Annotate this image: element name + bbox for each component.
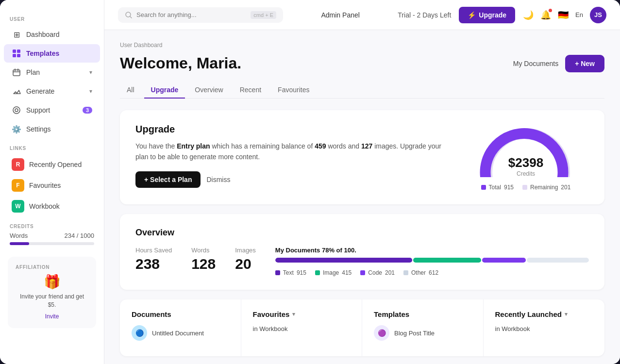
- tab-recent[interactable]: Recent: [233, 82, 268, 99]
- legend-other: Other 612: [403, 269, 438, 276]
- upgrade-header-button[interactable]: ⚡ Upgrade: [459, 7, 515, 23]
- other-value: 612: [429, 269, 438, 276]
- donut-amount: $2398: [508, 155, 543, 170]
- bottom-col-documents: Documents 🔵 Untitled Document: [120, 299, 241, 356]
- upgrade-title: Upgrade: [135, 124, 447, 135]
- stat-images-label: Images: [235, 247, 256, 254]
- credits-row: Words 234 / 1000: [10, 232, 94, 239]
- legend-total-value: 915: [504, 184, 514, 191]
- search-icon: [125, 11, 133, 19]
- tab-upgrade[interactable]: Upgrade: [144, 82, 185, 99]
- upgrade-chart: $2398 Credits Total 915: [463, 124, 589, 191]
- plan-name-text: Entry plan: [177, 142, 210, 150]
- stat-words-value: 128: [191, 256, 216, 272]
- docs-percent: 78%: [322, 247, 335, 254]
- sidebar-link-favourites[interactable]: F Favourites: [4, 175, 100, 196]
- new-button[interactable]: + New: [565, 55, 604, 72]
- affiliation-label: AFFILIATION: [16, 265, 88, 274]
- sidebar-item-label-support: Support: [26, 106, 50, 114]
- code-dot: [360, 270, 365, 275]
- bar-other-segment: [527, 258, 589, 263]
- workbook-avatar: W: [12, 200, 24, 213]
- dismiss-button[interactable]: Dismiss: [206, 176, 230, 183]
- credits-bar-fill: [10, 242, 29, 245]
- image-dot: [315, 270, 320, 275]
- invite-button[interactable]: Invite: [45, 313, 59, 320]
- my-documents-link[interactable]: My Documents: [513, 60, 558, 67]
- legend-total-dot: [481, 185, 486, 190]
- sidebar-item-plan[interactable]: Plan ▾: [4, 63, 100, 82]
- credits-section-label: CREDITS: [10, 224, 94, 232]
- affiliation-text: Invite your friend and get $5.: [16, 293, 88, 309]
- trial-label: Trial - 2 Days Left: [398, 11, 451, 19]
- gift-icon: 🎁: [16, 274, 88, 290]
- overview-title: Overview: [135, 228, 589, 238]
- bar-code-segment: [482, 258, 526, 263]
- svg-rect-1: [17, 50, 20, 53]
- sidebar-item-templates[interactable]: Templates: [4, 44, 100, 63]
- tab-overview[interactable]: Overview: [188, 82, 230, 99]
- sidebar-item-label-generate: Generate: [26, 87, 54, 95]
- upgrade-left: Upgrade You have the Entry plan which ha…: [135, 124, 447, 188]
- donut-chart: $2398 Credits: [477, 124, 574, 177]
- user-avatar[interactable]: JS: [590, 7, 606, 23]
- legend-remaining-value: 201: [561, 184, 570, 191]
- legend-remaining: Remaining 201: [522, 184, 570, 191]
- support-icon: [12, 105, 21, 115]
- upgrade-card: Upgrade You have the Entry plan which ha…: [120, 110, 604, 204]
- bottom-col-recently-launched: Recently Launched ▾ in Workbook: [484, 299, 605, 356]
- favourites-col-chevron: ▾: [292, 311, 295, 317]
- select-plan-button[interactable]: + Select a Plan: [135, 171, 201, 188]
- sidebar-item-support[interactable]: Support 3: [4, 101, 100, 119]
- overview-stats: Hours Saved 238 Words 128 Images 20: [135, 247, 256, 272]
- sidebar-item-dashboard[interactable]: ⊞ Dashboard: [4, 25, 100, 44]
- other-label: Other: [411, 269, 426, 276]
- recently-launched-item: in Workbook: [495, 325, 593, 332]
- overview-content: Hours Saved 238 Words 128 Images 20: [135, 247, 589, 276]
- header: cmd + E Admin Panel Trial - 2 Days Left …: [104, 0, 620, 30]
- page-title: Welcome, Maria.: [120, 54, 241, 72]
- search-input[interactable]: [136, 11, 247, 18]
- bell-icon[interactable]: 🔔: [540, 10, 551, 20]
- workbook-label: Workbook: [29, 202, 60, 210]
- donut-center: $2398 Credits: [508, 155, 543, 177]
- header-center: Admin Panel: [291, 11, 390, 19]
- legend-remaining-label: Remaining: [530, 184, 558, 191]
- bottom-col-documents-title: Documents: [132, 310, 229, 318]
- affiliation-box: AFFILIATION 🎁 Invite your friend and get…: [8, 257, 96, 328]
- sidebar-item-settings[interactable]: ⚙️ Settings: [4, 120, 100, 138]
- svg-rect-0: [13, 50, 16, 53]
- legend-code: Code 201: [360, 269, 395, 276]
- sidebar-link-workbook[interactable]: W Workbook: [4, 196, 100, 216]
- search-box: cmd + E: [118, 7, 283, 23]
- svg-point-6: [15, 109, 18, 112]
- plan-icon: [12, 67, 21, 77]
- sidebar-link-recently-opened[interactable]: R Recently Opened: [4, 154, 100, 175]
- template-avatar: 🟣: [374, 325, 389, 341]
- docs-label-text: My Documents: [275, 247, 320, 254]
- image-label: Image: [323, 269, 339, 276]
- lang-label[interactable]: En: [575, 11, 583, 18]
- lightning-icon: ⚡: [468, 11, 476, 19]
- bottom-col-recently-launched-title: Recently Launched ▾: [495, 310, 593, 318]
- sidebar-item-generate[interactable]: Generate ▾: [4, 82, 100, 100]
- upgrade-actions: + Select a Plan Dismiss: [135, 171, 447, 188]
- template-title: Blog Post Title: [394, 330, 435, 337]
- bar-image-segment: [413, 258, 482, 263]
- credits-value: 234 / 1000: [65, 232, 94, 239]
- stacked-bar: [275, 258, 589, 263]
- tab-all[interactable]: All: [120, 82, 141, 99]
- stat-images-value: 20: [235, 256, 256, 272]
- tab-favourites[interactable]: Favourites: [271, 82, 316, 99]
- docs-of-text: of 100.: [336, 247, 356, 254]
- bar-text-segment: [275, 258, 412, 263]
- favourites-avatar: F: [12, 179, 24, 192]
- image-value: 415: [342, 269, 352, 276]
- sidebar-section-label-links: LINKS: [0, 139, 104, 154]
- bar-legend: Text 915 Image 415 Code 20: [275, 269, 589, 276]
- moon-icon[interactable]: 🌙: [523, 10, 534, 20]
- overview-card: Overview Hours Saved 238 Words 128 Image…: [120, 214, 604, 290]
- sidebar-section-label-user: USER: [0, 10, 104, 25]
- header-actions: 🌙 🔔 🇩🇪 En JS: [523, 7, 606, 23]
- bottom-section: Documents 🔵 Untitled Document Favourites…: [120, 299, 604, 356]
